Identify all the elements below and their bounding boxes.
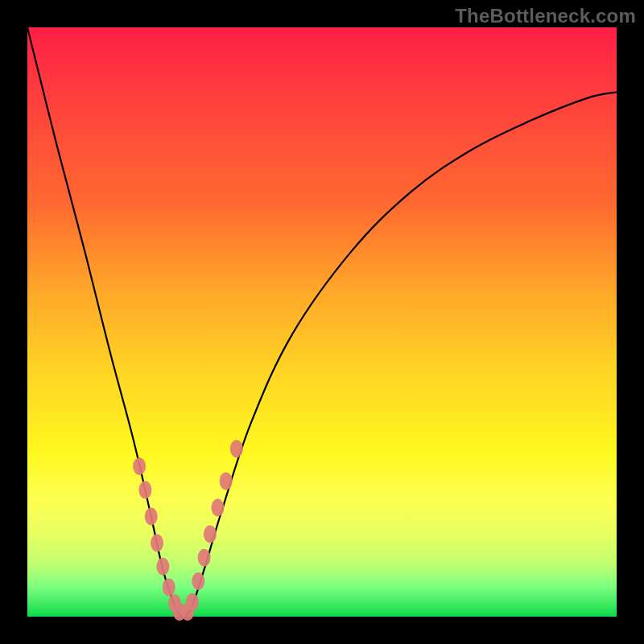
curve-marker	[133, 457, 146, 475]
curve-marker	[230, 440, 243, 457]
curve-marker	[163, 578, 175, 596]
curve-marker	[186, 593, 199, 611]
chart-svg	[27, 27, 617, 617]
watermark-text: TheBottleneck.com	[455, 5, 636, 27]
curve-path	[27, 27, 617, 617]
curve-marker	[220, 473, 233, 490]
curve-marker	[151, 535, 163, 552]
curve-marker	[145, 508, 158, 526]
curve-marker	[192, 572, 204, 590]
curve-marker	[204, 526, 217, 543]
marker-group	[133, 440, 243, 621]
chart-frame: TheBottleneck.com	[0, 0, 644, 644]
curve-marker	[198, 549, 211, 567]
plot-area	[27, 27, 617, 617]
curve-marker	[211, 499, 224, 517]
curve-marker	[138, 481, 151, 499]
curve-marker	[156, 558, 169, 576]
